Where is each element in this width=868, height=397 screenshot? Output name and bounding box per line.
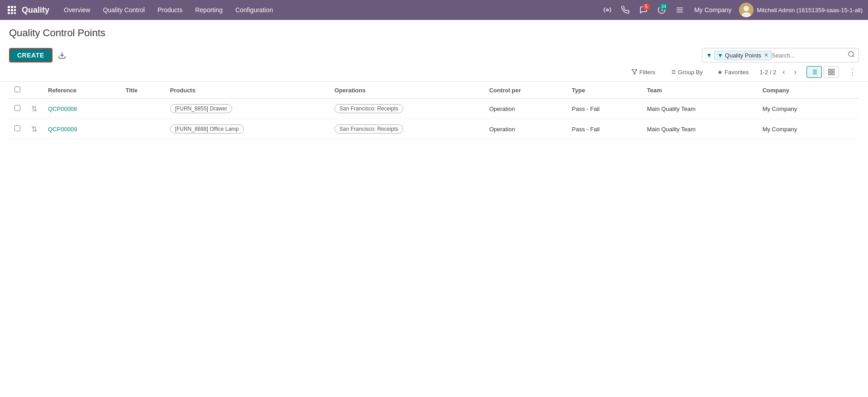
avatar[interactable] [739, 3, 754, 17]
row-control-per: Operation [484, 99, 567, 119]
group-by-button[interactable]: Group By [666, 67, 706, 77]
svg-rect-1 [11, 6, 13, 8]
filter-funnel-icon: ▼ [717, 52, 723, 59]
row-checkbox-cell [9, 99, 26, 119]
page-title-row: Quality Control Points [0, 20, 868, 43]
svg-marker-20 [632, 70, 637, 75]
row-operations: San Francisco: Receipts [329, 119, 484, 139]
debug-icon[interactable] [600, 3, 615, 17]
list-view-button[interactable] [806, 66, 822, 78]
column-options-button[interactable]: ⋮ [846, 67, 859, 77]
row-checkbox[interactable] [14, 125, 20, 131]
filter-tag-label: Quality Points [725, 52, 761, 59]
right-actions: ▼ ▼ Quality Points ✕ [702, 48, 859, 62]
drag-header [26, 82, 43, 99]
svg-rect-3 [8, 9, 10, 11]
svg-rect-34 [832, 69, 834, 72]
svg-rect-0 [8, 6, 10, 8]
data-table: Reference Title Products Operations Cont… [9, 82, 859, 139]
search-input[interactable] [772, 52, 848, 59]
svg-rect-36 [829, 72, 831, 75]
settings-icon[interactable] [672, 3, 687, 17]
drag-handle-cell: ⇅ [26, 99, 43, 119]
main-content: Quality Control Points CREATE ▼ ▼ Qualit… [0, 20, 868, 397]
next-page-button[interactable]: › [792, 67, 799, 77]
row-type: Pass - Fail [567, 119, 642, 139]
funnel-icon: ▼ [706, 52, 712, 59]
filters-button[interactable]: Filters [628, 67, 659, 77]
view-buttons [806, 66, 839, 78]
row-team: Main Quality Team [641, 99, 757, 119]
row-operations: San Francisco: Receipts [329, 99, 484, 119]
page-title: Quality Control Points [9, 27, 105, 39]
pagination-text: 1-2 / 2 [759, 69, 776, 76]
select-all-header [9, 82, 26, 99]
svg-point-15 [744, 6, 749, 11]
svg-point-9 [606, 9, 609, 11]
row-team: Main Quality Team [641, 119, 757, 139]
drag-handle-cell: ⇅ [26, 119, 43, 139]
favorites-button[interactable]: ★ Favorites [714, 67, 752, 77]
row-products: [FURN_8888] Office Lamp [165, 119, 329, 139]
col-options [845, 82, 859, 99]
filter-tag-quality-points: ▼ Quality Points ✕ [714, 51, 772, 60]
svg-rect-35 [832, 72, 834, 75]
row-title [120, 119, 165, 139]
row-options-cell [845, 119, 859, 139]
svg-line-19 [853, 56, 854, 57]
messages-badge: 5 [643, 4, 650, 10]
row-checkbox[interactable] [14, 105, 20, 111]
activity-badge: 34 [659, 4, 668, 10]
export-button[interactable] [56, 49, 68, 61]
company-name[interactable]: My Company [694, 6, 731, 14]
table-header-row: Reference Title Products Operations Cont… [9, 82, 859, 99]
row-control-per: Operation [484, 119, 567, 139]
col-operations: Operations [329, 82, 484, 99]
nav-overview[interactable]: Overview [58, 0, 95, 20]
col-control-per: Control per [484, 82, 567, 99]
drag-handle-icon[interactable]: ⇅ [31, 125, 37, 133]
actions-row: CREATE ▼ ▼ Quality Points ✕ [0, 43, 868, 62]
row-options-cell [845, 99, 859, 119]
user-name[interactable]: Mitchell Admin (16151359-saas-15-1-all) [757, 7, 863, 14]
apps-menu-icon[interactable] [5, 4, 18, 16]
row-type: Pass - Fail [567, 99, 642, 119]
svg-rect-5 [14, 9, 16, 11]
table-row: ⇅ QCP00008 [FURN_8855] Drawer San Franci… [9, 99, 859, 119]
search-submit-icon[interactable] [848, 51, 855, 60]
table-container: Reference Title Products Operations Cont… [0, 82, 868, 139]
filter-tag-close[interactable]: ✕ [764, 52, 768, 58]
row-reference[interactable]: QCP00009 [43, 119, 120, 139]
create-button[interactable]: CREATE [9, 48, 52, 62]
prev-page-button[interactable]: ‹ [780, 67, 787, 77]
top-navigation: Quality Overview Quality Control Product… [0, 0, 868, 20]
svg-rect-2 [14, 6, 16, 8]
svg-rect-6 [8, 12, 10, 14]
left-actions: CREATE [9, 48, 68, 62]
nav-products[interactable]: Products [152, 0, 188, 20]
activity-icon[interactable]: 34 [654, 3, 669, 17]
nav-configuration[interactable]: Configuration [230, 0, 278, 20]
nav-quality-control[interactable]: Quality Control [97, 0, 150, 20]
col-team: Team [641, 82, 757, 99]
messages-icon[interactable]: 5 [636, 3, 651, 17]
app-brand[interactable]: Quality [22, 5, 49, 15]
search-bar: ▼ ▼ Quality Points ✕ [702, 48, 859, 62]
drag-handle-icon[interactable]: ⇅ [31, 105, 37, 113]
row-company: My Company [757, 119, 845, 139]
row-reference[interactable]: QCP00008 [43, 99, 120, 119]
toolbar-inner: Filters Group By ★ Favorites [628, 67, 753, 77]
nav-reporting[interactable]: Reporting [190, 0, 228, 20]
kanban-view-button[interactable] [824, 66, 839, 78]
table-row: ⇅ QCP00009 [FURN_8888] Office Lamp San F… [9, 119, 859, 139]
svg-rect-4 [11, 9, 13, 11]
col-products: Products [165, 82, 329, 99]
svg-rect-8 [14, 12, 16, 14]
row-title [120, 99, 165, 119]
phone-icon[interactable] [618, 3, 633, 17]
select-all-checkbox[interactable] [14, 86, 20, 92]
col-title: Title [120, 82, 165, 99]
toolbar-row: Filters Group By ★ Favorites 1-2 / 2 [0, 62, 868, 82]
col-company: Company [757, 82, 845, 99]
row-products: [FURN_8855] Drawer [165, 99, 329, 119]
